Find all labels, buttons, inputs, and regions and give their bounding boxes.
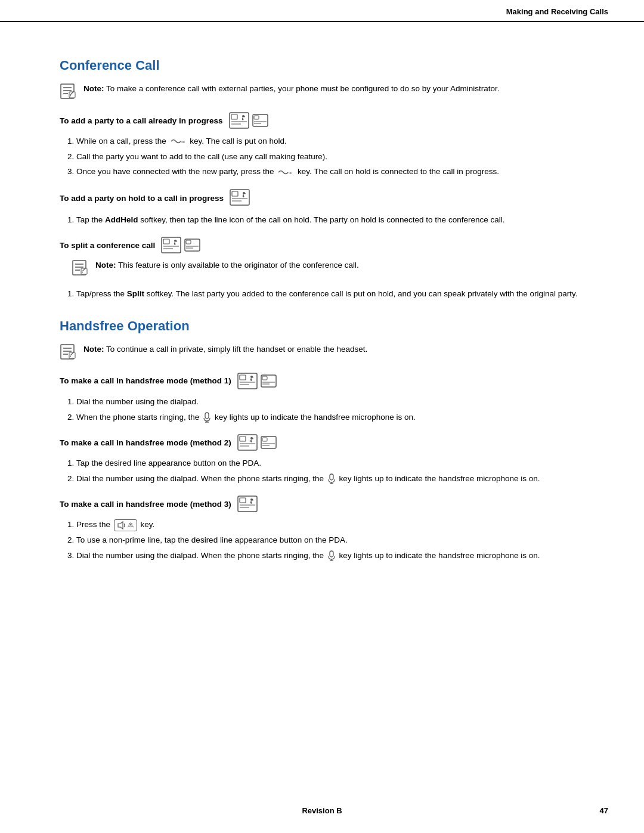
split-note-text: Note: This feature is only available to … [95, 259, 359, 271]
svg-text:∞: ∞ [289, 170, 292, 176]
header-title: Making and Receiving Calls [506, 7, 608, 16]
svg-marker-69 [118, 522, 123, 529]
handsfree-note-box: Note: To continue a call in private, sim… [60, 343, 584, 362]
phone-icon-group-h1 [237, 373, 277, 389]
svg-rect-51 [205, 413, 209, 419]
footer-page-number: 47 [600, 806, 608, 815]
handsfree-method1-steps: Dial the number using the dialpad. When … [76, 395, 584, 423]
step-item: Once you have connected with the new par… [76, 165, 584, 178]
step-item: Press the key. [76, 518, 584, 531]
subsection1-title: To add a party to a call already in prog… [60, 116, 223, 125]
note-label: Note: [95, 261, 116, 270]
phone-icon-group3 [161, 237, 200, 253]
svg-rect-59 [262, 438, 267, 441]
conference-note-box: Note: To make a conference call with ext… [60, 83, 584, 101]
subsection1-steps: While on a call, press the ∞ key. The ca… [76, 135, 584, 178]
svg-rect-44 [240, 375, 246, 380]
step-item: Dial the number using the dialpad. When … [76, 549, 584, 562]
step-item: Tap the AddHeld softkey, then tap the li… [76, 213, 584, 227]
handsfree-title: Handsfree Operation [60, 318, 584, 334]
svg-rect-70 [330, 551, 333, 557]
svg-rect-26 [186, 240, 191, 244]
step-item: Tap the desired line appearance button o… [76, 457, 584, 470]
conference-call-title: Conference Call [60, 58, 584, 73]
step-item: Dial the number using the dialpad. [76, 395, 584, 408]
svg-rect-8 [231, 114, 237, 119]
split-note-box: Note: This feature is only available to … [72, 259, 584, 278]
handsfree-note-text: Note: To continue a call in private, sim… [83, 343, 367, 355]
step-item: Call the party you want to add to the ca… [76, 150, 584, 163]
svg-rect-62 [330, 474, 333, 480]
handsfree-method3-steps: Press the key. To use a non-prime line, … [76, 518, 584, 562]
subsection3-title: To split a conference call [60, 241, 155, 250]
svg-rect-55 [240, 436, 246, 441]
split-note-content: This feature is only available to the or… [118, 261, 359, 270]
handsfree-method2-header: To make a call in handsfree mode (method… [60, 434, 584, 451]
step-item: When the phone starts ringing, the key l… [76, 411, 584, 424]
handsfree-method1-header: To make a call in handsfree mode (method… [60, 373, 584, 389]
svg-rect-66 [240, 498, 246, 503]
conference-note-text: Note: To make a conference call with ext… [83, 83, 500, 95]
note-label: Note: [83, 345, 104, 354]
note-label: Note: [83, 84, 104, 93]
phone-icon-group-h3 [237, 496, 258, 512]
step-item: Dial the number using the dialpad. When … [76, 472, 584, 485]
page-header: Making and Receiving Calls [0, 0, 644, 22]
handsfree-method2-steps: Tap the desired line appearance button o… [76, 457, 584, 485]
phone-icon-group-h2 [237, 434, 277, 451]
handsfree-method1-title: To make a call in handsfree mode (method… [60, 376, 231, 385]
note-content: To make a conference call with external … [106, 84, 500, 93]
subsection3-steps: Tap/press the Split softkey. The last pa… [76, 287, 584, 301]
handsfree-note-content: To continue a call in private, simply li… [106, 345, 367, 354]
svg-rect-12 [254, 116, 259, 119]
note-icon [60, 83, 78, 101]
page-footer: Revision B 47 [0, 806, 644, 815]
subsection2-steps: Tap the AddHeld softkey, then tap the li… [76, 213, 584, 227]
subsection2-title: To add a party on hold to a call in prog… [60, 194, 224, 203]
phone-icon-group1 [229, 112, 268, 129]
speaker-key-icon [114, 519, 137, 531]
note-icon [72, 259, 89, 278]
page-content: Conference Call Note: To make a conferen… [0, 22, 644, 605]
svg-rect-48 [262, 376, 267, 380]
svg-rect-22 [163, 239, 169, 244]
step-item: Tap/press the Split softkey. The last pa… [76, 287, 584, 301]
step-item: To use a non-prime line, tap the desired… [76, 534, 584, 547]
svg-rect-18 [232, 191, 238, 196]
page: Making and Receiving Calls Conference Ca… [0, 0, 644, 833]
phone-icon-group2 [230, 189, 250, 208]
step-item: While on a call, press the ∞ key. The ca… [76, 135, 584, 148]
handsfree-method3-header: To make a call in handsfree mode (method… [60, 496, 584, 512]
note-icon [60, 343, 78, 362]
handsfree-method2-title: To make a call in handsfree mode (method… [60, 438, 231, 447]
key-icon: ∞ [277, 168, 294, 176]
subsection3-header: To split a conference call [60, 237, 584, 253]
handsfree-method3-title: To make a call in handsfree mode (method… [60, 500, 231, 509]
key-icon: ∞ [170, 137, 187, 145]
footer-revision: Revision B [302, 806, 342, 815]
svg-text:∞: ∞ [181, 139, 185, 145]
subsection2-header: To add a party on hold to a call in prog… [60, 189, 584, 208]
split-bold: Split [127, 289, 144, 298]
subsection1-header: To add a party to a call already in prog… [60, 112, 584, 129]
addheld-bold: AddHeld [105, 215, 138, 224]
